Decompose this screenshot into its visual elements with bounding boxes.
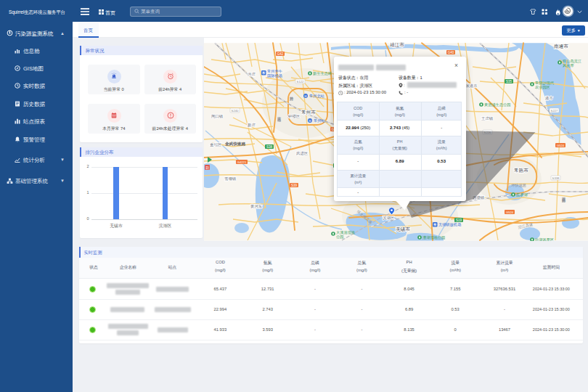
svg-text:风光带: 风光带 — [563, 63, 574, 68]
svg-text:S38: S38 — [266, 145, 272, 149]
svg-text:雪堰镇: 雪堰镇 — [224, 176, 237, 181]
svg-text:漕湖湿地公园: 漕湖湿地公园 — [422, 235, 445, 240]
svg-text:金坛区: 金坛区 — [210, 142, 222, 147]
svg-text:剧: 剧 — [205, 166, 209, 170]
svg-text:S19: S19 — [455, 219, 462, 222]
svg-text:钟楼区: 钟楼区 — [287, 114, 301, 118]
svg-text:尚湖风景区: 尚湖风景区 — [535, 237, 554, 240]
svg-text:新庄: 新庄 — [248, 123, 256, 127]
svg-text:S240: S240 — [231, 109, 238, 113]
svg-text:常州北站: 常州北站 — [309, 94, 325, 99]
svg-text:三环快速路: 三环快速路 — [507, 183, 526, 188]
svg-text:常州奔牛: 常州奔牛 — [267, 69, 282, 73]
svg-text:G524: G524 — [505, 211, 513, 214]
svg-text:S122: S122 — [296, 80, 303, 83]
svg-text:滨湖区: 滨湖区 — [383, 216, 395, 220]
svg-text:新生生态林: 新生生态林 — [313, 71, 332, 75]
svg-text:农业园区: 农业园区 — [535, 85, 550, 89]
svg-text:G524: G524 — [556, 144, 564, 147]
svg-text:S39: S39 — [290, 184, 297, 187]
svg-text:S227: S227 — [550, 109, 558, 113]
svg-text:无锡硕放机场: 无锡硕放机场 — [438, 222, 461, 227]
svg-text:南通市: 南通市 — [554, 44, 568, 49]
svg-text:公园: 公园 — [336, 234, 343, 239]
svg-text:S35: S35 — [505, 80, 512, 83]
svg-text:王庄镇: 王庄镇 — [481, 116, 494, 121]
svg-text:港市: 港市 — [545, 96, 553, 101]
svg-text:常熟市: 常熟市 — [514, 168, 528, 173]
svg-text:G42: G42 — [277, 52, 283, 56]
svg-text:武进区: 武进区 — [296, 151, 309, 156]
svg-text:黄河东: 黄河东 — [250, 204, 263, 208]
svg-text:闸口镇: 闸口镇 — [211, 114, 224, 119]
svg-text:常州站: 常州站 — [314, 118, 325, 123]
svg-text:无锡市: 无锡市 — [396, 226, 410, 232]
svg-text:M: M — [309, 119, 311, 123]
svg-text:常州市: 常州市 — [301, 110, 316, 115]
svg-text:S338: S338 — [552, 176, 559, 180]
svg-text:金武快速路: 金武快速路 — [224, 142, 245, 147]
svg-text:G40: G40 — [447, 51, 454, 54]
svg-text:M: M — [304, 94, 306, 98]
svg-text:G4221: G4221 — [237, 160, 246, 164]
svg-text:洪庄: 洪庄 — [248, 72, 256, 76]
svg-text:昆承湖: 昆承湖 — [516, 192, 528, 197]
svg-text:靖江市: 靖江市 — [390, 42, 404, 48]
svg-text:黄泗浦生态公园: 黄泗浦生态公园 — [484, 102, 510, 107]
svg-text:国际机场: 国际机场 — [267, 73, 282, 78]
